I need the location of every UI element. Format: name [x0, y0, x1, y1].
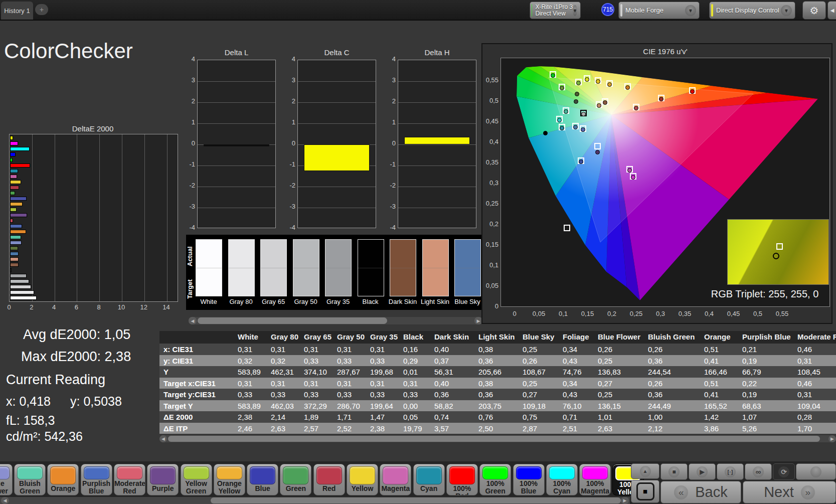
de-bar-yellow-green — [10, 208, 17, 212]
cell: 0,31 — [267, 344, 300, 355]
patch-button-moderate-red[interactable]: ModerateRed — [114, 464, 145, 495]
patch-button-red[interactable]: Red — [313, 464, 345, 495]
patch-button-orange-yellow[interactable]: OrangeYellow — [214, 464, 245, 495]
column-header: Blue Flower — [594, 331, 644, 344]
loop-button[interactable]: ⟳ — [773, 463, 795, 480]
gridline — [198, 102, 275, 103]
swatch-blue-sky — [454, 239, 481, 296]
table-scrollbar-thumb[interactable] — [168, 436, 820, 442]
workflow-label: Direct Display Control — [716, 7, 779, 14]
cell: 0,22 — [738, 378, 793, 389]
patch-scrollbar[interactable]: ◀ ▶ — [0, 497, 630, 504]
cie-point-red-measured — [659, 97, 663, 101]
meter-dropdown[interactable]: X-Rite i1Pro 3 Direct View ▼ — [530, 2, 581, 19]
swatch-dark-skin — [390, 239, 416, 296]
scroll-left-icon[interactable]: ◀ — [1, 497, 9, 504]
cell: 0,26 — [644, 378, 700, 389]
patch-button-100-magenta[interactable]: 100%Magenta — [579, 464, 611, 495]
table-header-row: WhiteGray 80Gray 65Gray 50Gray 35BlackDa… — [159, 331, 836, 344]
de-bar-foliage — [10, 246, 18, 250]
tab-history-1[interactable]: History 1 — [1, 2, 33, 20]
settings-button[interactable]: ⚙ — [802, 1, 826, 20]
cell: 2,50 — [474, 423, 519, 434]
stop-button[interactable]: ■ — [660, 463, 688, 480]
pattern-window-button[interactable]: ■ — [631, 480, 659, 503]
scroll-left-icon[interactable]: ◀ — [159, 435, 167, 442]
swatch-scrollbar[interactable]: ◀ ▶ — [189, 317, 482, 324]
patch-chip — [516, 466, 542, 479]
collapse-panel-button[interactable]: ◀ — [827, 1, 836, 20]
cell: 0,25 — [594, 355, 644, 367]
y-tick-label: -1 — [282, 160, 295, 168]
cell: 0,31 — [366, 344, 399, 355]
gridline — [99, 134, 100, 301]
scroll-left-icon[interactable]: ◀ — [189, 317, 197, 324]
cell: 0,36 — [474, 389, 519, 400]
cell: 0,32 — [267, 355, 300, 367]
patch-button-bluish-green[interactable]: BluishGreen — [14, 464, 46, 495]
swatch-label: Blue Sky — [451, 298, 483, 305]
scroll-right-icon[interactable]: ▶ — [828, 435, 836, 442]
patch-label: YellowGreen — [181, 480, 212, 495]
next-button[interactable]: Next » — [743, 481, 836, 503]
patch-button-purplish-blue[interactable]: PurplishBlue — [81, 464, 112, 495]
cell: 109,18 — [519, 400, 559, 412]
row-label: x: CIE31 — [159, 344, 234, 355]
patch-label: Red — [314, 485, 345, 492]
patch-button-green[interactable]: Green — [280, 464, 311, 495]
continuous-read-button[interactable]: ∞ — [745, 463, 772, 480]
cie-y-tick: 0,45 — [480, 117, 498, 125]
actual-row-label: Actual — [186, 241, 195, 272]
pattern-source-dropdown[interactable]: Mobile Forge ▼ — [618, 2, 700, 19]
cell: 0,37 — [430, 355, 474, 367]
patch-button-100-cyan[interactable]: 100%Cyan — [546, 464, 578, 495]
patch-button-100-green[interactable]: 100%Green — [479, 464, 511, 495]
patch-button-magenta[interactable]: Magenta — [380, 464, 411, 495]
cell: 68,63 — [738, 400, 793, 412]
patch-button-orange[interactable]: Orange — [47, 464, 79, 495]
patch-button-purple[interactable]: Purple — [147, 464, 179, 495]
cell: 286,70 — [333, 400, 366, 412]
delta-h-chart — [398, 60, 476, 228]
cell: 0,19 — [738, 355, 793, 367]
patch-button-100-blue[interactable]: 100%Blue — [513, 464, 545, 495]
patch-button-cyan[interactable]: Cyan — [413, 464, 445, 495]
cie-x-tick: 0,45 — [724, 310, 744, 317]
gridline — [167, 134, 168, 301]
patch-button-blue[interactable]: Blue — [247, 464, 278, 495]
patch-button-yellow-green[interactable]: YellowGreen — [181, 464, 212, 495]
add-tab-button[interactable]: + — [35, 4, 48, 15]
patch-button-yellow[interactable]: Yellow — [347, 464, 378, 495]
cell: 203,75 — [474, 400, 519, 412]
de-bar-blue-sky — [10, 252, 19, 256]
page-up-button[interactable]: ▲ — [631, 463, 659, 479]
scroll-right-icon[interactable]: ▶ — [621, 497, 629, 504]
gridline — [198, 81, 275, 82]
extra-button[interactable] — [796, 463, 836, 480]
swatch-gray-80 — [228, 239, 255, 296]
meter-status-accent — [532, 4, 532, 17]
swatch-label: Black — [355, 298, 387, 305]
row-label: ΔE ITP — [159, 423, 234, 434]
pattern-mode-button[interactable]: [·] — [717, 463, 744, 480]
swatch-scrollbar-thumb[interactable] — [198, 317, 387, 324]
patch-button-100-red[interactable]: 100% Red — [446, 464, 478, 495]
play-button[interactable]: ▶ — [689, 463, 716, 480]
cie-y-tick: 0,3 — [480, 179, 498, 187]
patch-button-blue-flower[interactable]: BlueFlower — [0, 464, 13, 495]
table-scrollbar[interactable]: ◀ ▶ — [159, 435, 836, 442]
workflow-dropdown[interactable]: Direct Display Control ▼ — [709, 2, 795, 19]
swatch-split — [455, 268, 480, 268]
cie-point-bluish-green-measured — [564, 109, 568, 114]
patch-chip — [549, 466, 575, 479]
y-tick-label: -2 — [282, 182, 295, 189]
cell: 108,67 — [519, 366, 559, 378]
colorchecker-data-table: WhiteGray 80Gray 65Gray 50Gray 35BlackDa… — [159, 331, 836, 434]
cell: 0,31 — [399, 378, 430, 389]
cell: 0,76 — [474, 411, 519, 423]
reading-y: y: 0,5038 — [70, 394, 122, 409]
gridline — [144, 134, 145, 301]
back-button[interactable]: « Back — [660, 481, 741, 503]
page-title: ColorChecker — [4, 39, 133, 63]
patch-scrollbar-thumb[interactable] — [211, 497, 621, 503]
